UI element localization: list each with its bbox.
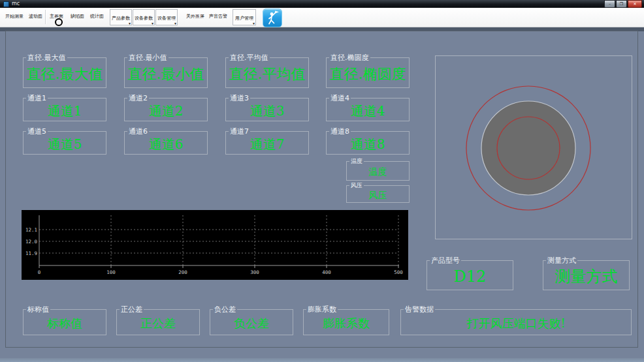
pos-tolerance-box: 正公差 正公差 — [116, 309, 200, 335]
diameter-min-box: 直径.最小值 直径.最小值 — [124, 57, 208, 88]
cross-section-panel — [435, 55, 632, 239]
channel-3-box: 通道3 通道3 — [225, 98, 309, 121]
temperature-value: 温度 — [347, 164, 409, 180]
toolbar-separator — [45, 10, 46, 24]
sound-alarm-button[interactable]: 声音告警 — [209, 13, 227, 20]
channel-4-value: 通道4 — [327, 101, 409, 121]
diameter-avg-value: 直径.平均值 — [226, 61, 308, 87]
app-window: mc – ❐ ✕ 开始测量 波动图 主界面 缺陷图 统计图 产品参数 ▾ 设备参… — [0, 0, 644, 362]
nominal-box: 标称值 标称值 — [23, 309, 106, 335]
product-model-value: D12 — [427, 264, 513, 290]
pos-tolerance-value: 正公差 — [117, 312, 199, 335]
expansion-box: 膨胀系数 膨胀系数 — [303, 309, 389, 335]
y-tick-label: 12.0 — [25, 239, 38, 245]
device-params-dropdown[interactable]: 设备参数 ▾ — [133, 9, 155, 25]
device-params-label: 设备参数 — [135, 16, 153, 21]
x-tick-label: 400 — [322, 269, 331, 275]
defect-chart-button[interactable]: 缺陷图 — [71, 13, 84, 20]
measure-mode-box: 测量方式 测量方式 — [543, 260, 630, 290]
diameter-max-box: 直径.最大值 直径.最大值 — [23, 57, 106, 88]
device-mgmt-dropdown[interactable]: 设备管理 ▾ — [155, 9, 178, 25]
channel-7-box: 通道7 通道7 — [225, 131, 309, 155]
measure-mode-value: 测量方式 — [543, 264, 629, 290]
channel-1-box: 通道1 通道1 — [23, 98, 106, 121]
channel-1-value: 通道1 — [24, 101, 106, 121]
product-model-box: 产品型号 D12 — [427, 260, 513, 290]
external-screen-button[interactable]: 关外推屏 — [186, 13, 204, 20]
temperature-box: 温度 温度 — [346, 161, 410, 181]
chevron-down-icon: ▾ — [129, 22, 131, 25]
record-indicator-icon — [55, 18, 63, 26]
product-params-label: 产品参数 — [112, 16, 130, 21]
channel-8-value: 通道8 — [327, 134, 409, 154]
start-measure-button[interactable]: 开始测量 — [5, 13, 24, 20]
channel-7-value: 通道7 — [226, 134, 308, 154]
product-params-dropdown[interactable]: 产品参数 ▾ — [110, 9, 132, 25]
nominal-value: 标称值 — [24, 312, 106, 335]
air-pressure-value: 风压 — [347, 189, 409, 202]
diameter-ovality-value: 直径.椭圆度 — [327, 61, 409, 87]
channel-2-box: 通道2 通道2 — [124, 98, 208, 121]
stats-chart-button[interactable]: 统计图 — [90, 13, 104, 20]
y-tick-label: 11.9 — [25, 250, 37, 256]
channel-2-value: 通道2 — [125, 101, 207, 121]
trend-chart: 12.1 12.0 11.9 0 100 200 300 400 500 — [22, 210, 408, 280]
air-pressure-box: 风压 风压 — [346, 185, 410, 203]
diameter-ovality-box: 直径.椭圆度 直径.椭圆度 — [326, 57, 410, 88]
alarm-data-value: 打开风压端口失败! — [401, 312, 631, 335]
user-mgmt-dropdown[interactable]: 用户管理 ▾ — [233, 9, 256, 25]
neg-tolerance-value: 负公差 — [210, 312, 293, 335]
diameter-avg-box: 直径.平均值 直径.平均值 — [225, 57, 309, 88]
channel-3-value: 通道3 — [226, 101, 308, 121]
x-tick-label: 100 — [106, 269, 116, 275]
titlebar: mc – ❐ ✕ — [0, 0, 644, 8]
app-icon — [3, 1, 9, 7]
diameter-max-value: 直径.最大值 — [24, 61, 106, 87]
window-bottom-edge — [0, 358, 644, 362]
channel-5-box: 通道5 通道5 — [23, 131, 106, 155]
chevron-down-icon: ▾ — [152, 22, 153, 25]
wave-chart-button[interactable]: 波动图 — [29, 13, 42, 20]
channel-8-box: 通道8 通道8 — [326, 131, 410, 155]
chevron-down-icon: ▾ — [253, 22, 255, 25]
user-mgmt-label: 用户管理 — [235, 16, 253, 21]
window-controls: – ❐ ✕ — [604, 0, 642, 8]
x-tick-label: 0 — [38, 269, 41, 275]
channel-4-box: 通道4 通道4 — [326, 98, 410, 121]
window-title: mc — [12, 1, 20, 7]
device-mgmt-label: 设备管理 — [157, 16, 176, 21]
person-flag-glyph — [263, 9, 282, 27]
x-tick-label: 500 — [394, 269, 403, 275]
trend-chart-plot: 12.1 12.0 11.9 0 100 200 300 400 500 — [22, 210, 408, 280]
toolbar: 开始测量 波动图 主界面 缺陷图 统计图 产品参数 ▾ 设备参数 ▾ 设备管理 … — [0, 8, 644, 27]
channel-6-value: 通道6 — [125, 134, 207, 154]
maximize-button[interactable]: ❐ — [616, 0, 627, 8]
diameter-min-value: 直径.最小值 — [125, 61, 207, 87]
channel-6-box: 通道6 通道6 — [124, 131, 208, 155]
x-tick-label: 200 — [178, 269, 187, 275]
close-button[interactable]: ✕ — [628, 0, 642, 8]
expansion-value: 膨胀系数 — [304, 312, 389, 335]
y-tick-label: 12.1 — [25, 227, 37, 233]
alarm-data-box: 告警数据 打开风压端口失败! — [400, 309, 632, 335]
chevron-down-icon: ▾ — [174, 22, 176, 25]
neg-tolerance-box: 负公差 负公差 — [210, 309, 293, 335]
minimize-button[interactable]: – — [604, 0, 615, 8]
channel-5-value: 通道5 — [24, 134, 106, 154]
x-tick-label: 300 — [250, 269, 259, 275]
person-flag-icon[interactable] — [263, 8, 282, 27]
cross-section-graphic — [436, 56, 632, 239]
